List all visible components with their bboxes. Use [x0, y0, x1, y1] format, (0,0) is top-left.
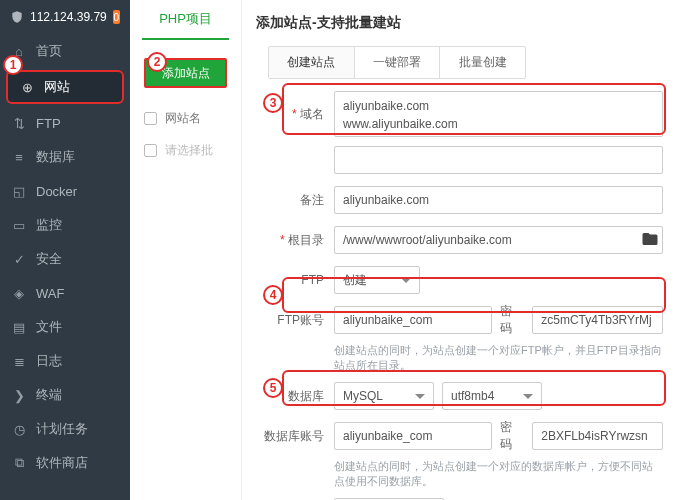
highlight-box-domain [282, 83, 666, 135]
folder-icon: ▤ [12, 320, 26, 335]
sidebar-item-label: FTP [36, 116, 61, 131]
project-tab-php[interactable]: PHP项目 [142, 0, 229, 40]
select-all-checkbox[interactable] [144, 112, 157, 125]
ftp-hint: 创建站点的同时，为站点创建一个对应FTP帐户，并且FTP目录指向站点所在目录。 [334, 343, 663, 373]
tab-one-click-deploy[interactable]: 一键部署 [355, 47, 441, 78]
label-db-account: 数据库账号 [242, 428, 334, 445]
site-table-placeholder-row: 请选择批 [130, 134, 241, 166]
tab-create-site[interactable]: 创建站点 [269, 47, 355, 78]
sidebar: 112.124.39.79 0 ⌂首页 ⊕网站 ⇅FTP ≡数据库 ◱Docke… [0, 0, 130, 500]
notice-badge[interactable]: 0 [113, 10, 120, 24]
extra-domain-input[interactable] [334, 146, 663, 174]
placeholder-text: 请选择批 [165, 142, 213, 159]
site-list-panel: PHP项目 添加站点 网站名 请选择批 [130, 0, 242, 500]
sidebar-item-database[interactable]: ≡数据库 [0, 140, 130, 174]
sidebar-item-label: 文件 [36, 318, 62, 336]
database-icon: ≡ [12, 150, 26, 165]
sidebar-item-files[interactable]: ▤文件 [0, 310, 130, 344]
sidebar-item-security[interactable]: ✓安全 [0, 242, 130, 276]
modal-title: 添加站点-支持批量建站 [256, 14, 663, 32]
root-dir-input[interactable]: /www/wwwroot/aliyunbaike.com [334, 226, 663, 254]
clock-icon: ◷ [12, 422, 26, 437]
sidebar-item-label: 网站 [44, 78, 70, 96]
sidebar-header: 112.124.39.79 0 [0, 0, 130, 34]
sidebar-item-label: Docker [36, 184, 77, 199]
monitor-icon: ▭ [12, 218, 26, 233]
store-icon: ⧉ [12, 455, 26, 471]
waf-icon: ◈ [12, 286, 26, 301]
terminal-icon: ❯ [12, 388, 26, 403]
docker-icon: ◱ [12, 184, 26, 199]
col-site-name: 网站名 [165, 110, 201, 127]
sidebar-item-label: 安全 [36, 250, 62, 268]
sidebar-item-label: 数据库 [36, 148, 75, 166]
tab-batch-create[interactable]: 批量创建 [440, 47, 525, 78]
callout-1: 1 [3, 55, 23, 75]
sidebar-item-terminal[interactable]: ❯终端 [0, 378, 130, 412]
label-root: 根目录 [242, 232, 334, 249]
db-password-input[interactable]: 2BXFLb4isRYrwzsn [532, 422, 663, 450]
sidebar-item-website[interactable]: ⊕网站 [6, 70, 124, 104]
sidebar-item-label: 日志 [36, 352, 62, 370]
callout-2: 2 [147, 52, 167, 72]
label-ftp-account: FTP账号 [242, 312, 334, 329]
log-icon: ≣ [12, 354, 26, 369]
ftp-icon: ⇅ [12, 116, 26, 131]
folder-picker-icon[interactable] [641, 230, 659, 252]
sidebar-item-cron[interactable]: ◷计划任务 [0, 412, 130, 446]
sidebar-item-monitor[interactable]: ▭监控 [0, 208, 130, 242]
sidebar-item-waf[interactable]: ◈WAF [0, 276, 130, 310]
sidebar-item-store[interactable]: ⧉软件商店 [0, 446, 130, 480]
sidebar-item-label: 计划任务 [36, 420, 88, 438]
sidebar-item-label: 终端 [36, 386, 62, 404]
callout-5: 5 [263, 378, 283, 398]
highlight-box-db-account [282, 370, 666, 406]
db-account-input[interactable]: aliyunbaike_com [334, 422, 492, 450]
sidebar-item-label: 软件商店 [36, 454, 88, 472]
label-db-password: 密码 [500, 419, 524, 453]
globe-icon: ⊕ [20, 80, 34, 95]
sidebar-item-label: 监控 [36, 216, 62, 234]
server-ip: 112.124.39.79 [30, 10, 107, 24]
add-site-modal: 添加站点-支持批量建站 创建站点 一键部署 批量创建 域名 aliyunbaik… [242, 0, 683, 500]
shield-icon [10, 10, 24, 24]
sidebar-item-label: WAF [36, 286, 64, 301]
callout-3: 3 [263, 93, 283, 113]
sidebar-item-docker[interactable]: ◱Docker [0, 174, 130, 208]
db-hint: 创建站点的同时，为站点创建一个对应的数据库帐户，方便不同站点使用不同数据库。 [334, 459, 663, 489]
site-table-header: 网站名 [130, 102, 241, 134]
sidebar-item-ftp[interactable]: ⇅FTP [0, 106, 130, 140]
row-checkbox[interactable] [144, 144, 157, 157]
label-note: 备注 [242, 192, 334, 209]
highlight-box-ftp-account [282, 277, 666, 313]
shield-icon: ✓ [12, 252, 26, 267]
sidebar-item-logs[interactable]: ≣日志 [0, 344, 130, 378]
sidebar-item-label: 首页 [36, 42, 62, 60]
callout-4: 4 [263, 285, 283, 305]
modal-tabs: 创建站点 一键部署 批量创建 [268, 46, 526, 79]
note-input[interactable]: aliyunbaike.com [334, 186, 663, 214]
